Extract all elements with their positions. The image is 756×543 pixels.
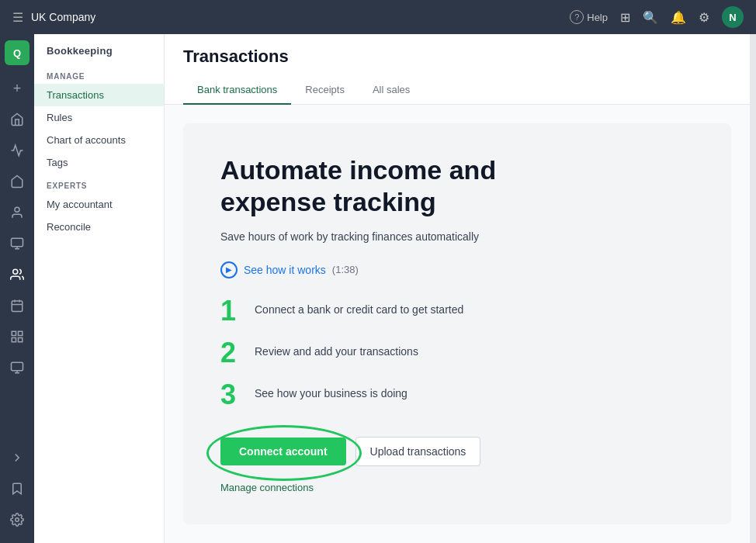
svg-rect-11 <box>12 331 16 335</box>
avatar[interactable]: N <box>722 6 744 28</box>
sidebar-item-my-accountant[interactable]: My accountant <box>34 193 164 216</box>
promo-title: Automate income and expense tracking <box>220 154 515 218</box>
tabs: Bank transactions Receipts All sales <box>183 76 731 104</box>
search-icon[interactable]: 🔍 <box>643 10 658 25</box>
monitor-nav-icon[interactable] <box>3 354 31 382</box>
svg-rect-14 <box>19 338 23 342</box>
sidebar-item-transactions-label: Transactions <box>47 89 104 101</box>
sidebar-item-accountant-label: My accountant <box>47 199 113 210</box>
sidebar-item-reconcile[interactable]: Reconcile <box>34 216 164 238</box>
manage-connections-link[interactable]: Manage connections <box>220 482 694 493</box>
video-duration: (1:38) <box>332 264 359 275</box>
svg-point-6 <box>13 269 18 274</box>
sidebar-header: Bookkeeping <box>34 34 164 64</box>
play-icon: ▶ <box>220 261 238 278</box>
grid-icon[interactable]: ⊞ <box>620 10 630 25</box>
contact-nav-icon[interactable] <box>3 199 31 227</box>
experts-section-label: EXPERTS <box>34 174 164 193</box>
transactions-nav-icon[interactable] <box>3 261 31 289</box>
settings-nav-icon[interactable] <box>3 506 31 534</box>
video-link[interactable]: ▶ See how it works (1:38) <box>220 261 694 278</box>
sidebar-item-chart-of-accounts[interactable]: Chart of accounts <box>34 129 164 151</box>
chart-nav-icon[interactable] <box>3 137 31 164</box>
svg-point-2 <box>15 207 19 212</box>
svg-point-18 <box>16 518 19 522</box>
content-area: Transactions Bank transactions Receipts … <box>165 34 750 543</box>
tab-receipts[interactable]: Receipts <box>291 76 359 105</box>
sidebar-item-tags-label: Tags <box>47 157 68 168</box>
add-nav-icon[interactable]: + <box>3 74 31 102</box>
apps-nav-icon[interactable] <box>3 323 31 351</box>
step-1: 1 Connect a bank or credit card to get s… <box>220 297 694 325</box>
sidebar-dark: Q + <box>0 34 34 543</box>
topbar-left: ☰ UK Company <box>12 10 560 25</box>
manage-section-label: MANAGE <box>34 64 164 84</box>
promo-card: Automate income and expense tracking Sav… <box>183 123 731 524</box>
tab-bank-transactions[interactable]: Bank transactions <box>183 76 291 105</box>
tab-all-sales[interactable]: All sales <box>359 76 424 105</box>
btn-row: Connect account Upload transactions <box>220 437 694 466</box>
quickbooks-logo[interactable]: Q <box>5 40 29 65</box>
sidebar-item-tags[interactable]: Tags <box>34 151 164 174</box>
scroll-track <box>750 34 756 543</box>
connect-account-button[interactable]: Connect account <box>220 438 346 465</box>
bookmark-nav-icon[interactable] <box>3 475 31 503</box>
chevron-right-nav-icon[interactable] <box>3 444 31 472</box>
bell-icon[interactable]: 🔔 <box>671 10 686 25</box>
sidebar-item-transactions[interactable]: Transactions <box>34 84 164 106</box>
step-3-text: See how your business is doing <box>255 381 407 399</box>
sidebar-item-chart-label: Chart of accounts <box>47 134 126 146</box>
step-3: 3 See how your business is doing <box>220 381 694 409</box>
steps-list: 1 Connect a bank or credit card to get s… <box>220 297 694 409</box>
upload-transactions-button[interactable]: Upload transactions <box>355 437 481 466</box>
sidebar-item-rules-label: Rules <box>47 112 72 123</box>
svg-rect-12 <box>19 331 23 335</box>
building-nav-icon[interactable] <box>3 168 31 195</box>
main-layout: Q + <box>0 34 756 543</box>
topbar-right: ? Help ⊞ 🔍 🔔 ⚙ N <box>570 6 744 28</box>
gear-icon[interactable]: ⚙ <box>699 10 709 25</box>
sidebar-item-reconcile-label: Reconcile <box>47 221 91 233</box>
step-2: 2 Review and add your transactions <box>220 339 694 367</box>
promo-subtitle: Save hours of work by tracking finances … <box>220 230 694 243</box>
step-2-number: 2 <box>220 339 242 367</box>
home-nav-icon[interactable] <box>3 105 31 133</box>
receipt-nav-icon[interactable] <box>3 230 31 258</box>
step-1-number: 1 <box>220 297 242 325</box>
sidebar-item-rules[interactable]: Rules <box>34 106 164 129</box>
content-header: Transactions Bank transactions Receipts … <box>165 34 750 105</box>
help-icon: ? <box>570 10 584 24</box>
step-2-text: Review and add your transactions <box>255 339 418 358</box>
topbar: ☰ UK Company ? Help ⊞ 🔍 🔔 ⚙ N <box>0 0 756 34</box>
svg-rect-3 <box>12 238 23 247</box>
sidebar-bottom <box>3 506 31 543</box>
step-3-number: 3 <box>220 381 242 409</box>
hamburger-icon[interactable]: ☰ <box>12 10 23 25</box>
svg-text:Q: Q <box>13 47 21 59</box>
connect-btn-wrapper: Connect account <box>220 438 346 465</box>
step-1-text: Connect a bank or credit card to get sta… <box>255 297 463 316</box>
svg-rect-15 <box>12 362 23 371</box>
svg-rect-13 <box>12 338 16 342</box>
help-button[interactable]: ? Help <box>570 10 608 24</box>
calendar-nav-icon[interactable] <box>3 292 31 320</box>
page-title: Transactions <box>183 47 731 67</box>
content-body: Automate income and expense tracking Sav… <box>165 105 750 543</box>
sidebar-light: Bookkeeping MANAGE Transactions Rules Ch… <box>34 34 165 543</box>
company-name: UK Company <box>31 11 95 23</box>
svg-rect-7 <box>12 301 23 312</box>
